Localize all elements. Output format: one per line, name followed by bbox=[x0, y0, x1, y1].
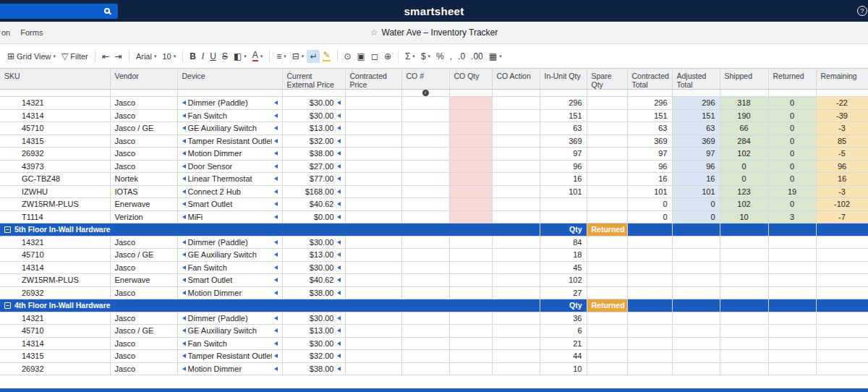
cell-spare[interactable] bbox=[587, 210, 627, 223]
section-qty-header[interactable]: Qty bbox=[540, 299, 587, 312]
cell-returned[interactable]: 0 bbox=[768, 109, 816, 122]
cell-price[interactable]: $32.00 bbox=[282, 350, 345, 363]
cell-remaining[interactable]: -39 bbox=[816, 109, 868, 122]
cell-spare[interactable] bbox=[587, 148, 627, 161]
cell-contracted_price[interactable] bbox=[345, 261, 401, 274]
cell-sku[interactable]: 26932 bbox=[0, 362, 110, 375]
cell-co_num[interactable] bbox=[401, 261, 449, 274]
cell-contracted_total[interactable]: 16 bbox=[627, 173, 672, 186]
cell-contracted_price[interactable] bbox=[345, 122, 401, 135]
cell-contracted_total[interactable] bbox=[627, 312, 672, 325]
cell-remaining[interactable]: 85 bbox=[816, 135, 868, 148]
cell-co_num[interactable] bbox=[401, 97, 449, 110]
cell-in_unit[interactable] bbox=[540, 198, 587, 211]
cell-sku[interactable]: ZW15RM-PLUS bbox=[0, 198, 110, 211]
cell-remaining[interactable] bbox=[816, 249, 868, 262]
cell-vendor[interactable]: Nortek bbox=[110, 173, 177, 186]
cell-spare[interactable] bbox=[587, 135, 627, 148]
image-button[interactable]: ▣ bbox=[354, 50, 368, 63]
cell-adjusted_total[interactable]: 151 bbox=[672, 109, 720, 122]
cell-spare[interactable] bbox=[587, 122, 627, 135]
col-header-vendor[interactable]: Vendor bbox=[110, 69, 177, 90]
cell-co_qty[interactable] bbox=[449, 135, 492, 148]
cell-adjusted_total[interactable]: 16 bbox=[672, 173, 720, 186]
cell-device[interactable]: Dimmer (Paddle) bbox=[177, 312, 282, 325]
cell-contracted_price[interactable] bbox=[345, 109, 401, 122]
cell-contracted_price[interactable] bbox=[345, 350, 401, 363]
cell-adjusted_total[interactable]: 97 bbox=[672, 148, 720, 161]
menu-item-forms[interactable]: Forms bbox=[20, 28, 43, 37]
cell-price[interactable]: $30.00 bbox=[282, 97, 345, 110]
section-header[interactable]: −4th Floor In-Wall Hardware bbox=[0, 299, 540, 312]
sum-button[interactable]: Σ▾ bbox=[402, 50, 418, 63]
cell-returned[interactable] bbox=[768, 350, 816, 363]
wrap-text-button[interactable]: ↵ bbox=[307, 50, 320, 63]
cell-co_qty[interactable] bbox=[449, 337, 492, 350]
cell-co_action[interactable] bbox=[492, 198, 540, 211]
cell-co_action[interactable] bbox=[492, 350, 540, 363]
section-qty-header[interactable]: Qty bbox=[540, 223, 587, 237]
cell-shipped[interactable]: 0 bbox=[720, 173, 768, 186]
col-header-device[interactable]: Device bbox=[177, 69, 282, 90]
cell-in_unit[interactable]: 63 bbox=[540, 122, 587, 135]
cell-contracted_total[interactable] bbox=[627, 274, 672, 287]
cell-contracted_total[interactable] bbox=[627, 325, 672, 338]
cell-contracted_total[interactable]: 0 bbox=[627, 210, 672, 223]
cell-sku[interactable]: 26932 bbox=[0, 148, 110, 161]
cell-co_qty[interactable] bbox=[449, 236, 492, 249]
cell-device[interactable]: Fan Switch bbox=[177, 109, 282, 122]
cell-spare[interactable] bbox=[587, 362, 627, 375]
cell-device[interactable]: GE Auxiliary Switch bbox=[177, 122, 282, 135]
cell-vendor[interactable]: Jasco bbox=[110, 350, 177, 363]
cell-in_unit[interactable]: 16 bbox=[540, 173, 587, 186]
cell-shipped[interactable] bbox=[720, 261, 768, 274]
cell-contracted_total[interactable]: 97 bbox=[627, 148, 672, 161]
section-returned-header[interactable]: Returned bbox=[587, 223, 627, 237]
cell-price[interactable]: $30.00 bbox=[282, 312, 345, 325]
cell-co_action[interactable] bbox=[492, 122, 540, 135]
cell-shipped[interactable]: 0 bbox=[720, 160, 768, 173]
cell-device[interactable]: Fan Switch bbox=[177, 261, 282, 274]
cell-adjusted_total[interactable]: 101 bbox=[672, 185, 720, 198]
cell-in_unit[interactable]: 18 bbox=[540, 249, 587, 262]
cell-sku[interactable]: IZWHU bbox=[0, 185, 110, 198]
cell-device[interactable]: Door Sensor bbox=[177, 160, 282, 173]
cell-adjusted_total[interactable]: 0 bbox=[672, 210, 720, 223]
cell-co_qty[interactable] bbox=[449, 362, 492, 375]
cell-contracted_total[interactable] bbox=[627, 337, 672, 350]
cell-spare[interactable] bbox=[587, 286, 627, 299]
cell-contracted_price[interactable] bbox=[345, 249, 401, 262]
cell-co_num[interactable] bbox=[401, 173, 449, 186]
col-header-adjusted_total[interactable]: Adjusted Total bbox=[672, 69, 720, 90]
cell-co_qty[interactable] bbox=[449, 160, 492, 173]
collapse-section-icon[interactable]: − bbox=[4, 226, 11, 233]
cell-contracted_price[interactable] bbox=[345, 185, 401, 198]
cell-contracted_price[interactable] bbox=[345, 274, 401, 287]
cell-co_qty[interactable] bbox=[449, 198, 492, 211]
font-family-selector[interactable]: Arial▾ bbox=[133, 50, 160, 63]
cell-contracted_price[interactable] bbox=[345, 210, 401, 223]
cell-co_action[interactable] bbox=[492, 337, 540, 350]
cell-sku[interactable]: 14314 bbox=[0, 261, 110, 274]
cell-adjusted_total[interactable] bbox=[672, 286, 720, 299]
cell-vendor[interactable]: Jasco bbox=[110, 148, 177, 161]
cell-in_unit[interactable]: 96 bbox=[540, 160, 587, 173]
cell-co_action[interactable] bbox=[492, 286, 540, 299]
col-header-co_action[interactable]: CO Action bbox=[492, 69, 540, 90]
cell-co_num[interactable] bbox=[401, 337, 449, 350]
cell-price[interactable]: $27.00 bbox=[282, 160, 345, 173]
col-header-contracted_price[interactable]: Contracted Price bbox=[345, 69, 401, 90]
cell-co_action[interactable] bbox=[492, 97, 540, 110]
cell-contracted_price[interactable] bbox=[345, 312, 401, 325]
cell-co_action[interactable] bbox=[492, 185, 540, 198]
cell-sku[interactable]: 14321 bbox=[0, 97, 110, 110]
cell-price[interactable]: $40.62 bbox=[282, 198, 345, 211]
cell-co_qty[interactable] bbox=[449, 325, 492, 338]
strikethrough-button[interactable]: S bbox=[219, 50, 231, 63]
cell-sku[interactable]: GC-TBZ48 bbox=[0, 173, 110, 186]
cell-vendor[interactable]: IOTAS bbox=[110, 185, 177, 198]
cell-vendor[interactable]: Jasco / GE bbox=[110, 249, 177, 262]
cell-in_unit[interactable]: 21 bbox=[540, 337, 587, 350]
cell-device[interactable]: MiFi bbox=[177, 210, 282, 223]
cell-device[interactable]: Tamper Resistant Outlet bbox=[177, 350, 282, 363]
